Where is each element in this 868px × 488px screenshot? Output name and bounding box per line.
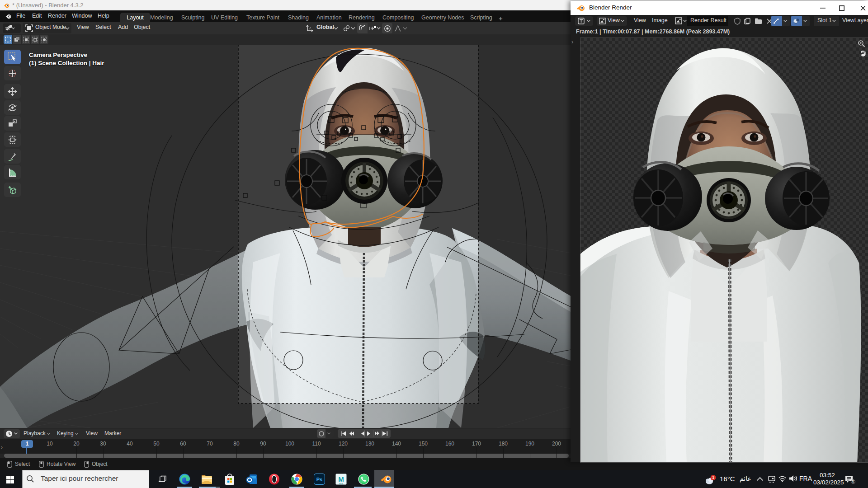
svg-text:M: M: [338, 475, 344, 483]
svg-text:Ps: Ps: [316, 477, 322, 482]
svg-text:1: 1: [712, 475, 714, 480]
svg-text:MAYA: MAYA: [339, 483, 344, 485]
svg-text:5: 5: [852, 479, 854, 484]
